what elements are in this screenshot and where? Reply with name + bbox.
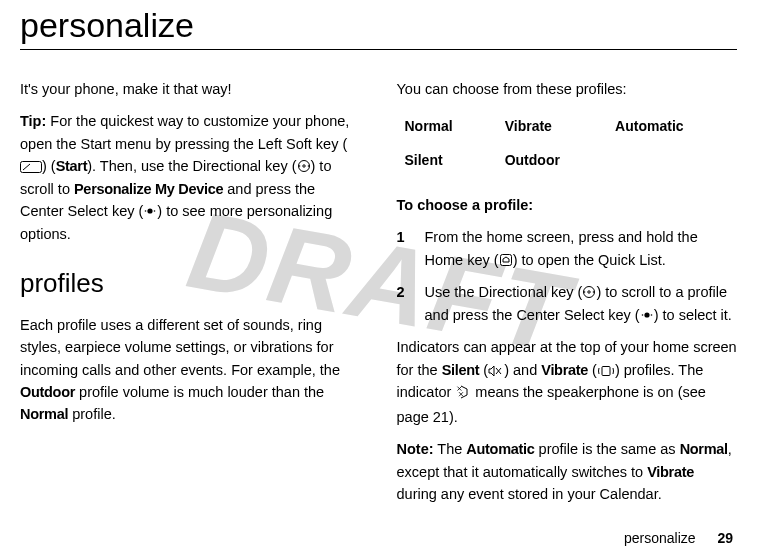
step-number: 2 [397,281,411,326]
table-row: Normal Vibrate Automatic [397,110,738,144]
home-key-icon [499,253,513,267]
profiles-text-1a: Each profile uses a different set of sou… [20,317,340,378]
speaker-icon [455,383,471,405]
right-column: You can choose from these profiles: Norm… [397,78,738,515]
page-title: personalize [20,6,737,45]
svg-point-16 [650,314,652,316]
step-1: 1 From the home screen, press and hold t… [397,226,738,271]
title-rule [20,49,737,50]
table-row: Silent Outdoor [397,144,738,178]
note-paragraph: Note: The Automatic profile is the same … [397,438,738,505]
svg-line-1 [23,164,30,170]
soft-key-icon [20,161,42,173]
normal-label: Normal [20,406,68,422]
profile-cell: Outdoor [497,144,607,178]
center-select-icon [640,308,654,322]
to-choose-heading: To choose a profile: [397,194,738,216]
profiles-table: Normal Vibrate Automatic Silent Outdoor [397,110,738,177]
vibrate-label: Vibrate [541,362,588,378]
left-column: It's your phone, make it that way! Tip: … [20,78,361,515]
svg-point-15 [641,314,643,316]
step1-b: ) to open the Quick List. [513,252,666,268]
silent-indicator-icon [488,365,504,377]
svg-point-8 [154,211,156,213]
profile-cell: Silent [397,144,497,178]
profile-cell: Automatic [607,110,737,144]
footer-page-number: 29 [717,530,733,546]
svg-point-3 [302,165,304,167]
indicators-paragraph: Indicators can appear at the top of your… [397,336,738,428]
tip-text-2: ). Then, use the Directional key ( [87,158,296,174]
step-2: 2 Use the Directional key () to scroll t… [397,281,738,326]
profile-cell: Vibrate [497,110,607,144]
outdoor-label: Outdoor [20,384,75,400]
ind-d: ( [588,362,597,378]
choose-intro: You can choose from these profiles: [397,78,738,100]
svg-rect-0 [21,162,42,173]
ind-b: ( [479,362,488,378]
svg-point-11 [588,291,590,293]
silent-label: Silent [442,362,480,378]
note-label: Note: [397,441,434,457]
svg-point-6 [148,209,153,214]
profiles-paragraph: Each profile uses a different set of sou… [20,314,361,426]
profiles-heading: profiles [20,263,361,303]
profile-cell [607,144,737,178]
footer-section: personalize [624,530,696,546]
step2-c: ) to select it. [654,307,732,323]
note-d: during any event stored in your Calendar… [397,486,662,502]
tip-label: Tip: [20,113,46,129]
profile-cell: Normal [397,110,497,144]
tip-paragraph: Tip: For the quickest way to customize y… [20,110,361,245]
ind-c: ) and [504,362,541,378]
page-footer: personalize 29 [624,530,733,546]
steps-list: 1 From the home screen, press and hold t… [397,226,738,326]
intro-text: It's your phone, make it that way! [20,78,361,100]
vibrate-indicator-icon [597,365,615,377]
directional-key-icon [297,159,311,173]
step-number: 1 [397,226,411,271]
start-label: Start [56,158,88,174]
directional-key-icon [582,285,596,299]
svg-point-4 [298,166,300,168]
svg-point-14 [644,312,649,317]
svg-rect-9 [500,254,511,265]
step-text: Use the Directional key () to scroll to … [425,281,738,326]
vibrate-label-2: Vibrate [647,464,694,480]
step2-a: Use the Directional key ( [425,284,583,300]
svg-point-5 [307,166,309,168]
note-a: The [434,441,467,457]
tip-text-1: For the quickest way to customize your p… [20,113,349,151]
note-b: profile is the same as [535,441,680,457]
profiles-text-1b: profile volume is much louder than the [75,384,324,400]
personalize-label: Personalize My Device [74,181,223,197]
svg-point-12 [584,291,586,293]
tip-text-paren: ) ( [42,158,56,174]
svg-point-13 [593,291,595,293]
svg-rect-19 [602,366,610,375]
step-text: From the home screen, press and hold the… [425,226,738,271]
profiles-text-1c: profile. [68,406,116,422]
automatic-label: Automatic [466,441,534,457]
normal-label-2: Normal [680,441,728,457]
svg-point-7 [145,211,147,213]
center-select-icon [143,204,157,218]
